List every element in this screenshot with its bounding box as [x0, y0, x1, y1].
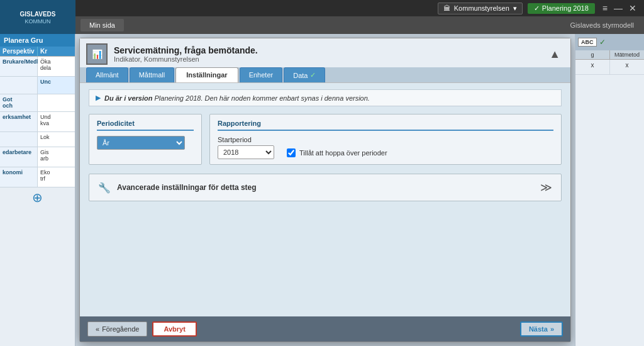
sidebar-cell-right: Unc: [38, 77, 75, 94]
close-icon[interactable]: ✕: [626, 3, 639, 14]
sidebar-row: Brukare/Medborgare Ökadela: [0, 57, 75, 77]
abc-badge: ABC: [578, 38, 597, 47]
startperiod-select[interactable]: 2018: [218, 145, 274, 159]
sidebar-cell-right: Undkva: [38, 112, 75, 131]
sidebar-row: edarbetare Gisarb: [0, 147, 75, 167]
next-button[interactable]: Nästa »: [520, 321, 563, 337]
wrench-icon: 🔧: [98, 182, 111, 194]
sidebar-cell-left: [0, 77, 38, 94]
sidebar-cell-left: erksamhet: [0, 112, 38, 131]
arrow-right-icon: ▶: [96, 94, 101, 102]
modal-header: 📊 Servicemätning, fråga bemötande. Indik…: [80, 38, 570, 83]
sidebar-cell-left: konomi: [0, 167, 38, 187]
org-icon: 🏛: [443, 4, 450, 12]
brand-label: Gislaveds styrmodell: [570, 21, 634, 29]
modal-subtitle: Indikator, Kommunstyrelsen: [114, 55, 539, 63]
periodicitet-title: Periodicitet: [97, 120, 194, 131]
modal-title-text: Servicemätning, fråga bemötande. Indikat…: [114, 45, 539, 63]
modal-title: Servicemätning, fråga bemötande.: [114, 45, 539, 55]
next-arrow-icon: »: [550, 325, 554, 333]
modal-footer: « Föregående Avbryt Nästa »: [80, 316, 570, 342]
right-cell-1: x: [575, 60, 610, 74]
checkmark-right-icon: ✓: [599, 38, 606, 47]
sidebar-row: Unc: [0, 77, 75, 94]
sidebar-cell-right: [38, 94, 75, 111]
sidebar-cell-left: Gotoch: [0, 94, 38, 111]
planning-label: Planering 2018: [542, 4, 589, 12]
sidebar-cell-right: Lok: [38, 132, 75, 147]
sidebar-cell-left: edarbetare: [0, 147, 38, 167]
rapportering-title: Rapportering: [218, 120, 553, 131]
modal: 📊 Servicemätning, fråga bemötande. Indik…: [79, 38, 571, 342]
add-row-button[interactable]: ⊕: [0, 187, 75, 208]
menu-icon[interactable]: ≡: [600, 3, 610, 14]
sidebar-row: Gotoch: [0, 94, 75, 112]
periodicitet-box: Periodicitet År: [89, 114, 202, 165]
modal-body: ▶ Du är i version Planering 2018. Den hä…: [80, 83, 570, 316]
left-sidebar: Planera Gru Perspektiv Kr Brukare/Medbor…: [0, 34, 75, 346]
right-col1-header: g: [575, 50, 610, 59]
sidebar-row: Lok: [0, 132, 75, 147]
modal-icon: 📊: [86, 43, 108, 65]
skip-periods-label: Tillåt att hoppa över perioder: [299, 149, 387, 157]
expand-icon: ≫: [540, 181, 552, 194]
tab-data-label: Data: [293, 72, 308, 79]
org-selector[interactable]: 🏛 Kommunstyrelsen ▾: [438, 3, 523, 14]
tab-enheter[interactable]: Enheter: [240, 67, 283, 82]
advanced-settings[interactable]: 🔧 Avancerade inställningar för detta ste…: [89, 174, 562, 201]
logo-line1: GISLAVEDS: [19, 10, 55, 18]
logo: GISLAVEDS KOMMUN: [0, 0, 75, 34]
org-label: Kommunstyrelsen: [454, 4, 509, 12]
right-col2-header: Mätmetod: [610, 50, 644, 59]
sidebar-row: erksamhet Undkva: [0, 112, 75, 132]
indicator-icon: 📊: [92, 49, 103, 59]
info-text: Du är i version Planering 2018. Den här …: [104, 94, 370, 102]
right-cell-2: x: [610, 60, 644, 74]
check-circle-icon: ✓: [534, 4, 540, 13]
prev-button[interactable]: « Föregående: [87, 321, 147, 337]
skip-periods-checkbox[interactable]: [287, 148, 296, 157]
advanced-label: Avancerade inställningar för detta steg: [117, 183, 534, 192]
col1-header: Perspektiv: [0, 47, 38, 56]
periodicitet-select[interactable]: År: [97, 136, 185, 150]
col2-header: Kr: [38, 47, 75, 56]
center-content: 📊 Servicemätning, fråga bemötande. Indik…: [75, 34, 575, 346]
sidebar-row: konomi Ekotrf: [0, 167, 75, 187]
min-sida-button[interactable]: Min sida: [80, 19, 124, 31]
info-banner: ▶ Du är i version Planering 2018. Den hä…: [89, 89, 562, 106]
tab-allmaent[interactable]: Allmänt: [86, 67, 128, 82]
tab-data[interactable]: Data ✓: [284, 67, 325, 82]
modal-tabs: Allmänt Måttmall Inställningar Enheter D…: [80, 67, 570, 82]
modal-close-button[interactable]: ▲: [545, 47, 564, 62]
prev-arrow-icon: «: [96, 325, 99, 333]
sidebar-cell-right: Ökadela: [38, 57, 75, 76]
tab-maattmall[interactable]: Måttmall: [130, 67, 175, 82]
tab-installningar[interactable]: Inställningar: [175, 67, 238, 82]
minimize-icon[interactable]: —: [611, 3, 625, 14]
sidebar-cell-right: Gisarb: [38, 147, 75, 167]
org-dropdown-icon: ▾: [513, 4, 517, 13]
right-sidebar: ABC ✓ g Mätmetod x x: [575, 34, 644, 346]
logo-line2: KOMMUN: [25, 18, 51, 25]
startperiod-label: Startperiod: [218, 136, 274, 143]
cancel-button[interactable]: Avbryt: [152, 321, 196, 337]
sidebar-cell-left: [0, 132, 38, 147]
sidebar-title: Planera Gru: [0, 34, 75, 47]
sidebar-cell-left: Brukare/Medborgare: [0, 57, 38, 76]
sidebar-cell-right: Ekotrf: [38, 167, 75, 187]
checkmark-icon: ✓: [310, 71, 316, 79]
planning-badge: ✓ Planering 2018: [528, 3, 595, 14]
rapportering-box: Rapportering Startperiod 2018 Tillåt att: [209, 114, 562, 165]
